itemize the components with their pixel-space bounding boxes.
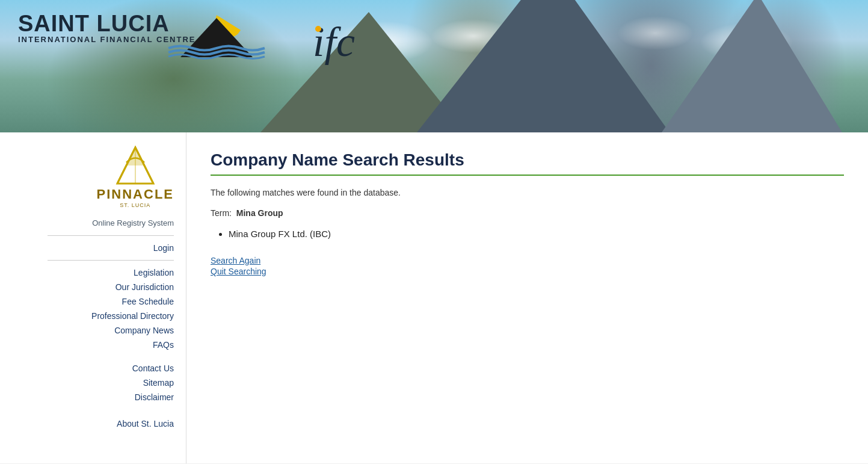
- action-links-group: Search Again Quit Searching: [211, 256, 844, 276]
- logo-waves-icon: [162, 9, 277, 63]
- search-term-label: Term: Mina Group: [211, 208, 844, 218]
- term-label: Term:: [211, 208, 232, 218]
- system-label: Online Registry System: [92, 218, 186, 227]
- contact-us-link[interactable]: Contact Us: [132, 361, 186, 376]
- company-news-link[interactable]: Company News: [114, 323, 186, 338]
- login-link[interactable]: Login: [153, 241, 186, 255]
- quit-searching-link[interactable]: Quit Searching: [211, 267, 844, 276]
- result-item: Mina Group FX Ltd. (IBC): [229, 227, 844, 241]
- pinnacle-name: PINNACLE: [97, 187, 174, 202]
- our-jurisdiction-link[interactable]: Our Jurisdiction: [115, 280, 186, 294]
- pinnacle-logo: PINNACLE ST. LUCIA: [97, 144, 174, 208]
- pinnacle-logo-icon: [108, 144, 162, 187]
- title-divider: [211, 175, 844, 176]
- site-header: SAINT LUCIA INTERNATIONAL FINANCIAL CENT…: [0, 0, 868, 132]
- sitemap-link[interactable]: Sitemap: [143, 376, 186, 390]
- sidebar-divider-top: [48, 235, 174, 236]
- professional-directory-link[interactable]: Professional Directory: [91, 309, 186, 323]
- result-intro-text: The following matches were found in the …: [211, 188, 844, 197]
- term-value: Mina Group: [236, 208, 283, 218]
- mountain-center-decoration: [417, 0, 669, 132]
- fee-schedule-link[interactable]: Fee Schedule: [122, 294, 186, 309]
- pinnacle-location: ST. LUCIA: [97, 202, 174, 208]
- disclaimer-link[interactable]: Disclaimer: [135, 390, 186, 404]
- sidebar: PINNACLE ST. LUCIA Online Registry Syste…: [0, 132, 186, 463]
- site-logo-group: SAINT LUCIA INTERNATIONAL FINANCIAL CENT…: [18, 12, 195, 44]
- page-title: Company Name Search Results: [211, 150, 844, 170]
- faqs-link[interactable]: FAQs: [153, 338, 186, 352]
- legislation-link[interactable]: Legislation: [134, 265, 186, 280]
- search-again-link[interactable]: Search Again: [211, 256, 844, 265]
- main-layout: PINNACLE ST. LUCIA Online Registry Syste…: [0, 132, 868, 463]
- sidebar-divider-mid: [48, 260, 174, 261]
- ifc-dot-icon: [315, 26, 321, 32]
- pinnacle-logo-group: PINNACLE ST. LUCIA: [97, 144, 186, 209]
- main-content: Company Name Search Results The followin…: [186, 132, 868, 463]
- about-st-lucia-link[interactable]: About St. Lucia: [117, 416, 186, 431]
- mountain-right-decoration: [662, 0, 842, 132]
- results-list: Mina Group FX Ltd. (IBC): [211, 227, 844, 241]
